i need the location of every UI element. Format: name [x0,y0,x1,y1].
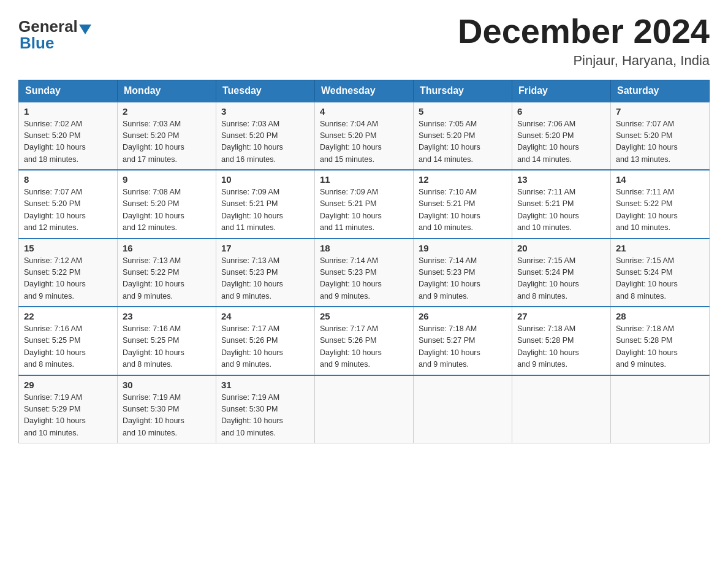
calendar-week-5: 29 Sunrise: 7:19 AM Sunset: 5:29 PM Dayl… [19,375,710,443]
day-number: 11 [320,174,408,185]
table-row: 18 Sunrise: 7:14 AM Sunset: 5:23 PM Dayl… [315,239,414,307]
day-info: Sunrise: 7:19 AM Sunset: 5:30 PM Dayligh… [221,392,309,440]
day-info: Sunrise: 7:17 AM Sunset: 5:26 PM Dayligh… [320,323,408,371]
table-row: 8 Sunrise: 7:07 AM Sunset: 5:20 PM Dayli… [19,170,118,239]
title-block: December 2024 Pinjaur, Haryana, India [458,12,710,69]
table-row: 15 Sunrise: 7:12 AM Sunset: 5:22 PM Dayl… [19,239,118,307]
day-info: Sunrise: 7:16 AM Sunset: 5:25 PM Dayligh… [123,323,211,371]
table-row: 6 Sunrise: 7:06 AM Sunset: 5:20 PM Dayli… [512,102,611,170]
table-row: 11 Sunrise: 7:09 AM Sunset: 5:21 PM Dayl… [315,170,414,239]
day-number: 17 [221,243,309,253]
col-wednesday: Wednesday [315,80,414,102]
day-info: Sunrise: 7:19 AM Sunset: 5:30 PM Dayligh… [123,392,211,440]
day-number: 14 [616,174,704,185]
day-number: 20 [517,243,605,253]
day-info: Sunrise: 7:09 AM Sunset: 5:21 PM Dayligh… [221,186,309,234]
day-number: 28 [616,311,704,321]
col-saturday: Saturday [611,80,710,102]
day-number: 26 [419,311,507,321]
table-row: 14 Sunrise: 7:11 AM Sunset: 5:22 PM Dayl… [611,170,710,239]
logo: General Blue [18,17,93,53]
day-info: Sunrise: 7:11 AM Sunset: 5:21 PM Dayligh… [517,186,605,234]
table-row: 27 Sunrise: 7:18 AM Sunset: 5:28 PM Dayl… [512,307,611,375]
day-number: 31 [221,380,309,390]
day-number: 10 [221,174,309,185]
day-number: 22 [24,311,112,321]
day-info: Sunrise: 7:09 AM Sunset: 5:21 PM Dayligh… [320,186,408,234]
day-info: Sunrise: 7:07 AM Sunset: 5:20 PM Dayligh… [24,186,112,234]
day-number: 29 [24,380,112,390]
day-info: Sunrise: 7:18 AM Sunset: 5:28 PM Dayligh… [517,323,605,371]
day-info: Sunrise: 7:17 AM Sunset: 5:26 PM Dayligh… [221,323,309,371]
day-number: 3 [221,106,309,117]
table-row: 21 Sunrise: 7:15 AM Sunset: 5:24 PM Dayl… [611,239,710,307]
day-number: 16 [123,243,211,253]
day-info: Sunrise: 7:07 AM Sunset: 5:20 PM Dayligh… [616,118,704,166]
day-number: 18 [320,243,408,253]
day-number: 1 [24,106,112,117]
day-info: Sunrise: 7:02 AM Sunset: 5:20 PM Dayligh… [24,118,112,166]
table-row: 28 Sunrise: 7:18 AM Sunset: 5:28 PM Dayl… [611,307,710,375]
day-info: Sunrise: 7:15 AM Sunset: 5:24 PM Dayligh… [517,255,605,303]
day-info: Sunrise: 7:10 AM Sunset: 5:21 PM Dayligh… [419,186,507,234]
day-number: 2 [123,106,211,117]
table-row: 10 Sunrise: 7:09 AM Sunset: 5:21 PM Dayl… [216,170,315,239]
table-row: 23 Sunrise: 7:16 AM Sunset: 5:25 PM Dayl… [118,307,216,375]
table-row: 20 Sunrise: 7:15 AM Sunset: 5:24 PM Dayl… [512,239,611,307]
logo-triangle-icon [79,25,91,34]
day-info: Sunrise: 7:08 AM Sunset: 5:20 PM Dayligh… [123,186,211,234]
month-title: December 2024 [458,12,710,50]
day-number: 30 [123,380,211,390]
calendar-header-row: Sunday Monday Tuesday Wednesday Thursday… [19,80,710,102]
day-info: Sunrise: 7:18 AM Sunset: 5:28 PM Dayligh… [616,323,704,371]
table-row: 19 Sunrise: 7:14 AM Sunset: 5:23 PM Dayl… [414,239,512,307]
day-info: Sunrise: 7:15 AM Sunset: 5:24 PM Dayligh… [616,255,704,303]
day-number: 21 [616,243,704,253]
day-info: Sunrise: 7:19 AM Sunset: 5:29 PM Dayligh… [24,392,112,440]
day-info: Sunrise: 7:13 AM Sunset: 5:22 PM Dayligh… [123,255,211,303]
day-info: Sunrise: 7:18 AM Sunset: 5:27 PM Dayligh… [419,323,507,371]
table-row [512,375,611,443]
logo-blue-text: Blue [20,34,54,53]
table-row: 4 Sunrise: 7:04 AM Sunset: 5:20 PM Dayli… [315,102,414,170]
day-info: Sunrise: 7:14 AM Sunset: 5:23 PM Dayligh… [419,255,507,303]
day-info: Sunrise: 7:04 AM Sunset: 5:20 PM Dayligh… [320,118,408,166]
day-number: 23 [123,311,211,321]
table-row: 17 Sunrise: 7:13 AM Sunset: 5:23 PM Dayl… [216,239,315,307]
table-row [315,375,414,443]
location-text: Pinjaur, Haryana, India [458,53,710,69]
day-number: 24 [221,311,309,321]
table-row: 7 Sunrise: 7:07 AM Sunset: 5:20 PM Dayli… [611,102,710,170]
day-info: Sunrise: 7:03 AM Sunset: 5:20 PM Dayligh… [221,118,309,166]
table-row: 12 Sunrise: 7:10 AM Sunset: 5:21 PM Dayl… [414,170,512,239]
day-info: Sunrise: 7:03 AM Sunset: 5:20 PM Dayligh… [123,118,211,166]
day-number: 9 [123,174,211,185]
day-info: Sunrise: 7:11 AM Sunset: 5:22 PM Dayligh… [616,186,704,234]
day-info: Sunrise: 7:14 AM Sunset: 5:23 PM Dayligh… [320,255,408,303]
day-number: 27 [517,311,605,321]
col-tuesday: Tuesday [216,80,315,102]
calendar-week-2: 8 Sunrise: 7:07 AM Sunset: 5:20 PM Dayli… [19,170,710,239]
table-row: 2 Sunrise: 7:03 AM Sunset: 5:20 PM Dayli… [118,102,216,170]
day-number: 7 [616,106,704,117]
col-friday: Friday [512,80,611,102]
day-number: 15 [24,243,112,253]
day-number: 19 [419,243,507,253]
col-monday: Monday [118,80,216,102]
day-number: 13 [517,174,605,185]
col-sunday: Sunday [19,80,118,102]
table-row [414,375,512,443]
day-number: 25 [320,311,408,321]
table-row: 13 Sunrise: 7:11 AM Sunset: 5:21 PM Dayl… [512,170,611,239]
table-row: 3 Sunrise: 7:03 AM Sunset: 5:20 PM Dayli… [216,102,315,170]
day-number: 4 [320,106,408,117]
table-row: 9 Sunrise: 7:08 AM Sunset: 5:20 PM Dayli… [118,170,216,239]
table-row: 26 Sunrise: 7:18 AM Sunset: 5:27 PM Dayl… [414,307,512,375]
calendar-table: Sunday Monday Tuesday Wednesday Thursday… [18,80,710,444]
calendar-week-3: 15 Sunrise: 7:12 AM Sunset: 5:22 PM Dayl… [19,239,710,307]
day-number: 8 [24,174,112,185]
table-row: 1 Sunrise: 7:02 AM Sunset: 5:20 PM Dayli… [19,102,118,170]
calendar-week-1: 1 Sunrise: 7:02 AM Sunset: 5:20 PM Dayli… [19,102,710,170]
table-row: 22 Sunrise: 7:16 AM Sunset: 5:25 PM Dayl… [19,307,118,375]
table-row: 29 Sunrise: 7:19 AM Sunset: 5:29 PM Dayl… [19,375,118,443]
